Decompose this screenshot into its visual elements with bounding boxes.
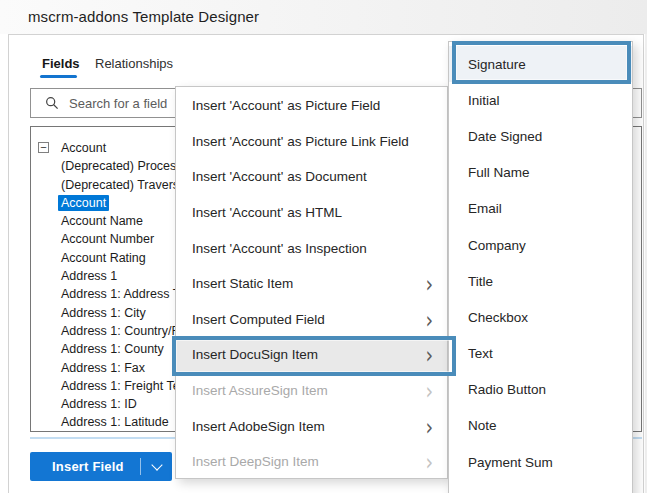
menu-item-label: Insert 'Account' as Picture Link Field (192, 134, 409, 149)
menu-item-label: Insert 'Account' as Picture Field (192, 98, 380, 113)
submenu-item[interactable]: Attachment (449, 480, 632, 493)
submenu-item[interactable]: Checkbox (449, 299, 632, 335)
tree-item-label: Address 1: City (58, 305, 149, 321)
submenu-item-label: Payment Sum (468, 455, 553, 470)
submenu-item[interactable]: Payment Sum (449, 444, 632, 480)
docusign-submenu: SignatureInitialDate SignedFull NameEmai… (448, 41, 633, 493)
menu-item[interactable]: Insert 'Account' as Inspection (176, 230, 447, 266)
tab-fields[interactable]: Fields (42, 56, 80, 71)
submenu-item[interactable]: Email (449, 191, 632, 227)
menu-item-label: Insert DeepSign Item (192, 454, 319, 469)
tree-root-label: Account (58, 140, 109, 156)
tree-item-label: (Deprecated) Process (58, 158, 186, 174)
submenu-arrow-icon: › (425, 450, 433, 474)
menu-item-label: Insert 'Account' as HTML (192, 205, 342, 220)
menu-item[interactable]: Insert 'Account' as Document (176, 159, 447, 195)
submenu-item[interactable]: Text (449, 336, 632, 372)
submenu-item-label: Note (468, 418, 497, 433)
submenu-arrow-icon: › (425, 307, 433, 331)
tree-item-label: Address 1: Address Ty (58, 286, 189, 302)
menu-item-label: Insert Computed Field (192, 312, 325, 327)
menu-item[interactable]: Insert Static Item› (176, 266, 447, 302)
submenu-item-label: Text (468, 346, 493, 361)
insert-field-button[interactable]: Insert Field (30, 452, 172, 481)
menu-item-label: Insert Static Item (192, 276, 293, 291)
annotation-box-signature-item (452, 41, 631, 84)
menu-item[interactable]: Insert Computed Field› (176, 302, 447, 338)
insert-context-menu: Insert 'Account' as Picture FieldInsert … (175, 86, 448, 479)
menu-item[interactable]: Insert 'Account' as Picture Field (176, 88, 447, 124)
submenu-item-label: Full Name (468, 165, 530, 180)
tree-item-label-selected: Account (58, 195, 109, 211)
window-titlebar: mscrm-addons Template Designer (0, 0, 647, 34)
submenu-item-label: Email (468, 201, 502, 216)
active-tab-underline (40, 75, 77, 78)
submenu-item-label: Date Signed (468, 129, 542, 144)
submenu-arrow-icon: › (425, 379, 433, 403)
tree-item-label: Address 1: Latitude (58, 414, 172, 430)
submenu-item[interactable]: Date Signed (449, 118, 632, 154)
submenu-item[interactable]: Full Name (449, 155, 632, 191)
menu-item-label: Insert 'Account' as Inspection (192, 241, 367, 256)
submenu-item-label: Radio Button (468, 382, 546, 397)
tree-item-label: Address 1: Fax (58, 360, 148, 376)
tree-expander-minus-icon[interactable]: − (38, 142, 49, 153)
tab-relationships[interactable]: Relationships (95, 56, 173, 71)
menu-item[interactable]: Insert 'Account' as HTML (176, 195, 447, 231)
search-icon (45, 96, 59, 110)
tree-item-label: Address 1: Country/R (58, 323, 184, 339)
submenu-item-label: Checkbox (468, 310, 528, 325)
tree-item-label: Account Rating (58, 250, 149, 266)
menu-item: Insert DeepSign Item› (176, 444, 447, 480)
menu-item-label: Insert AdobeSign Item (192, 419, 325, 434)
tree-item-label: Account Name (58, 213, 146, 229)
submenu-item-label: Title (468, 274, 493, 289)
submenu-item[interactable]: Initial (449, 82, 632, 118)
submenu-item[interactable]: Radio Button (449, 372, 632, 408)
tree-item-label: Address 1 (58, 268, 120, 284)
tree-item-label: Account Number (58, 231, 157, 247)
submenu-item[interactable]: Note (449, 408, 632, 444)
annotation-box-docusign-item (172, 336, 456, 376)
insert-field-button-label: Insert Field (30, 459, 124, 474)
submenu-item-label: Company (468, 238, 526, 253)
menu-item[interactable]: Insert AdobeSign Item› (176, 408, 447, 444)
menu-item: Insert AssureSign Item› (176, 373, 447, 409)
submenu-item-label: Initial (468, 93, 500, 108)
menu-item[interactable]: Insert 'Account' as Picture Link Field (176, 124, 447, 160)
submenu-arrow-icon: › (425, 414, 433, 438)
menu-item-label: Insert 'Account' as Document (192, 169, 367, 184)
submenu-arrow-icon: › (425, 272, 433, 296)
submenu-item[interactable]: Title (449, 263, 632, 299)
window-title: mscrm-addons Template Designer (28, 8, 259, 25)
menu-item-label: Insert AssureSign Item (192, 383, 328, 398)
submenu-item[interactable]: Company (449, 227, 632, 263)
chevron-down-icon (151, 459, 162, 470)
tree-item-label: (Deprecated) Traverse (58, 177, 189, 193)
insert-field-dropdown[interactable] (141, 465, 172, 469)
tree-item-label: Address 1: Freight Te (58, 378, 183, 394)
tree-item-label: Address 1: County (58, 341, 167, 357)
tree-item-label: Address 1: ID (58, 396, 140, 412)
